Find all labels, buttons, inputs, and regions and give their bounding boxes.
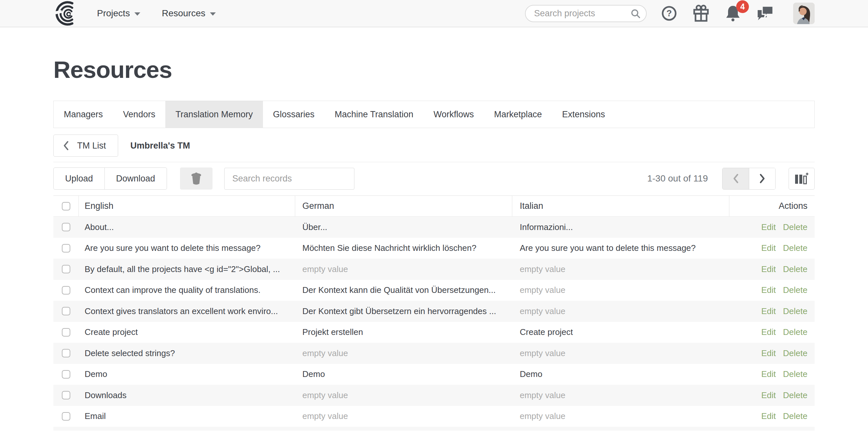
manage-columns-button[interactable] bbox=[788, 168, 815, 190]
delete-link[interactable]: Delete bbox=[783, 327, 807, 337]
tm-list-back-button[interactable]: TM List bbox=[53, 135, 118, 157]
row-checkbox[interactable] bbox=[62, 391, 70, 399]
table-row: Context can improve the quality of trans… bbox=[53, 280, 815, 301]
cell-italian: empty value bbox=[512, 259, 730, 280]
delete-link[interactable]: Delete bbox=[783, 264, 807, 274]
edit-link[interactable]: Edit bbox=[761, 348, 776, 358]
table-row: DemoDemoDemoEditDelete bbox=[53, 364, 815, 385]
cell-english: About... bbox=[79, 217, 295, 238]
prev-page-button[interactable] bbox=[722, 168, 749, 189]
cell-italian: Demo bbox=[512, 364, 730, 385]
search-input[interactable] bbox=[525, 5, 647, 22]
edit-link[interactable]: Edit bbox=[761, 369, 776, 379]
select-all-checkbox[interactable] bbox=[62, 202, 70, 210]
cell-german: empty value bbox=[295, 259, 512, 280]
delete-selected-button[interactable] bbox=[180, 168, 213, 190]
delete-link[interactable]: Delete bbox=[783, 369, 807, 379]
row-checkbox[interactable] bbox=[62, 349, 70, 357]
row-checkbox[interactable] bbox=[62, 265, 70, 273]
edit-link[interactable]: Edit bbox=[761, 390, 776, 400]
upload-button[interactable]: Upload bbox=[53, 168, 105, 190]
search-records-input[interactable] bbox=[224, 168, 354, 190]
help-icon[interactable]: ? bbox=[661, 5, 677, 22]
download-button[interactable]: Download bbox=[104, 168, 167, 190]
row-checkbox[interactable] bbox=[62, 412, 70, 421]
delete-link[interactable]: Delete bbox=[783, 411, 807, 421]
row-checkbox[interactable] bbox=[62, 244, 70, 253]
nav-menu-resources[interactable]: Resources bbox=[162, 8, 216, 19]
cell-italian: empty value bbox=[512, 385, 730, 406]
tab-bar: ManagersVendorsTranslation MemoryGlossar… bbox=[53, 101, 815, 128]
cell-english: Delete selected strings? bbox=[79, 343, 295, 364]
cell-italian: empty value bbox=[512, 301, 730, 322]
column-header-english: English bbox=[79, 196, 295, 216]
notification-badge: 4 bbox=[736, 0, 749, 13]
column-header-german: German bbox=[295, 196, 512, 216]
cell-english: Are you sure you want to delete this mes… bbox=[79, 238, 295, 259]
cell-english: Context can improve the quality of trans… bbox=[79, 280, 295, 301]
nav-menu-resources-label: Resources bbox=[162, 8, 205, 19]
table-row: Delete selected strings?empty valueempty… bbox=[53, 343, 815, 364]
edit-link[interactable]: Edit bbox=[761, 264, 776, 274]
table-row: Downloadsempty valueempty valueEditDelet… bbox=[53, 385, 815, 406]
edit-link[interactable]: Edit bbox=[761, 222, 776, 232]
table-row: By default, all the projects have <g id=… bbox=[53, 259, 815, 280]
avatar[interactable] bbox=[793, 3, 815, 24]
tm-records-table: English German Italian Actions About...Ü… bbox=[53, 196, 815, 431]
column-header-actions: Actions bbox=[730, 196, 815, 216]
table-row: About...Über...Informazioni...EditDelete bbox=[53, 217, 815, 238]
tab-marketplace[interactable]: Marketplace bbox=[484, 101, 552, 128]
table-row: Are you sure you want to delete this mes… bbox=[53, 238, 815, 259]
tab-workflows[interactable]: Workflows bbox=[424, 101, 484, 128]
row-checkbox[interactable] bbox=[62, 286, 70, 294]
next-page-button[interactable] bbox=[749, 168, 775, 189]
edit-link[interactable]: Edit bbox=[761, 411, 776, 421]
page-title: Resources bbox=[53, 56, 815, 83]
tab-managers[interactable]: Managers bbox=[54, 101, 113, 128]
cell-german: empty value bbox=[295, 343, 512, 364]
cell-german: empty value bbox=[295, 385, 512, 406]
row-checkbox[interactable] bbox=[62, 370, 70, 379]
table-header: English German Italian Actions bbox=[53, 196, 815, 217]
chevron-left-icon bbox=[63, 140, 69, 151]
tab-glossaries[interactable]: Glossaries bbox=[263, 101, 325, 128]
cell-italian: empty value bbox=[512, 343, 730, 364]
cell-german: Möchten Sie diese Nachricht wirklich lös… bbox=[295, 238, 512, 259]
edit-link[interactable]: Edit bbox=[761, 285, 776, 295]
top-navbar: Projects Resources ? bbox=[0, 0, 868, 27]
tm-list-back-label: TM List bbox=[77, 141, 106, 151]
table-row: Emailempty valueempty valueEditDelete bbox=[53, 406, 815, 427]
search-icon bbox=[630, 8, 641, 19]
cell-german: Demo bbox=[295, 364, 512, 385]
delete-link[interactable]: Delete bbox=[783, 285, 807, 295]
cell-german: Der Kontext kann die Qualität von Überse… bbox=[295, 280, 512, 301]
crowdin-logo[interactable] bbox=[53, 1, 78, 26]
tab-extensions[interactable]: Extensions bbox=[552, 101, 615, 128]
delete-link[interactable]: Delete bbox=[783, 390, 807, 400]
tab-translation-memory[interactable]: Translation Memory bbox=[165, 101, 263, 128]
delete-link[interactable]: Delete bbox=[783, 306, 807, 316]
table-body: About...Über...Informazioni...EditDelete… bbox=[53, 217, 815, 427]
svg-text:?: ? bbox=[666, 8, 672, 18]
cell-english: Context gives translators an excellent w… bbox=[79, 301, 295, 322]
tab-vendors[interactable]: Vendors bbox=[113, 101, 165, 128]
bell-icon[interactable]: 4 bbox=[725, 5, 741, 22]
project-search bbox=[525, 5, 647, 22]
nav-menu-projects[interactable]: Projects bbox=[97, 8, 140, 19]
tab-machine-translation[interactable]: Machine Translation bbox=[324, 101, 424, 128]
column-header-italian: Italian bbox=[512, 196, 730, 216]
cell-italian: Are you sure you want to delete this mes… bbox=[512, 238, 730, 259]
cell-italian: empty value bbox=[512, 280, 730, 301]
delete-link[interactable]: Delete bbox=[783, 222, 807, 232]
edit-link[interactable]: Edit bbox=[761, 327, 776, 337]
edit-link[interactable]: Edit bbox=[761, 243, 776, 253]
gift-icon[interactable] bbox=[692, 4, 710, 23]
row-checkbox[interactable] bbox=[62, 328, 70, 337]
delete-link[interactable]: Delete bbox=[783, 348, 807, 358]
edit-link[interactable]: Edit bbox=[761, 306, 776, 316]
row-checkbox[interactable] bbox=[62, 307, 70, 315]
chat-icon[interactable] bbox=[756, 5, 774, 22]
row-checkbox[interactable] bbox=[62, 223, 70, 231]
cell-german: Über... bbox=[295, 217, 512, 238]
delete-link[interactable]: Delete bbox=[783, 243, 807, 253]
